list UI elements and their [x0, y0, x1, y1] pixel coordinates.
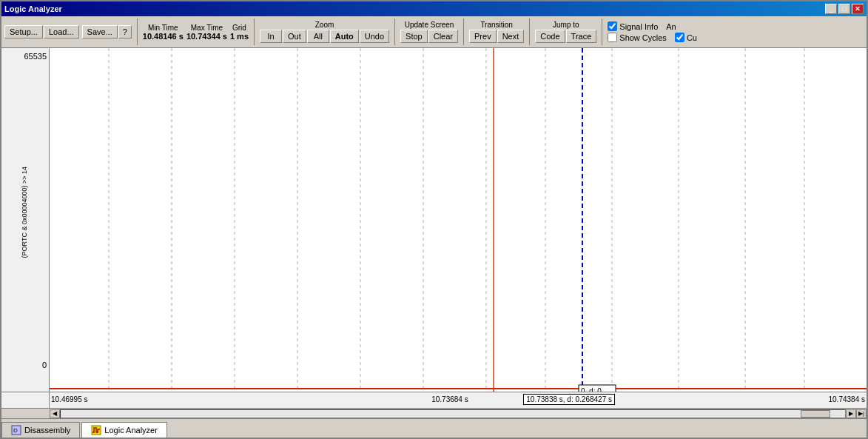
min-time-value: 10.48146 s	[143, 32, 184, 41]
jump-code-button[interactable]: Code	[535, 30, 565, 43]
title-bar: Logic Analyzer _ □ ✕	[1, 1, 867, 16]
tab-bar: D Disassembly Logic Analyzer	[1, 418, 867, 438]
time-axis: 10.46995 s 10.73684 s 10.74384 s 10.7383…	[1, 392, 867, 408]
close-button[interactable]: ✕	[852, 4, 864, 14]
chart-container: 65535 (PORTC & 0x00004000) >> 14 0	[1, 48, 867, 392]
toolbar: Setup... Load... Save... ? Min Time 10.4…	[1, 16, 867, 48]
disassembly-tab-label: Disassembly	[24, 426, 70, 435]
transition-group: Transition Prev Next	[469, 21, 524, 43]
svg-text:D: D	[13, 427, 18, 434]
zoom-buttons: In Out All Auto Undo	[260, 30, 389, 43]
transition-prev-button[interactable]: Prev	[469, 30, 497, 43]
grid-label: Grid	[232, 24, 246, 32]
cu-checkbox[interactable]	[675, 33, 684, 42]
zoom-undo-button[interactable]: Undo	[360, 30, 389, 43]
chart-svg: 0, d: 0	[50, 48, 867, 392]
zoom-label: Zoom	[315, 21, 334, 29]
signal-name: (PORTC & 0x00004000) >> 14	[21, 167, 28, 258]
grid-group: Grid 1 ms	[230, 24, 249, 41]
zoom-all-button[interactable]: All	[307, 30, 329, 43]
stop-button[interactable]: Stop	[400, 30, 428, 43]
update-screen-group: Update Screen Stop Clear	[400, 21, 458, 43]
time-left: 10.46995 s	[51, 395, 88, 403]
clear-button[interactable]: Clear	[428, 30, 458, 43]
jump-to-label: Jump to	[553, 21, 579, 29]
separator-6	[602, 19, 602, 45]
scrollbar-area: ◀ ▶ ▶|	[1, 408, 867, 418]
min-time-label: Min Time	[148, 24, 178, 32]
window-title: Logic Analyzer	[4, 4, 62, 13]
an-label: An	[666, 22, 676, 31]
signal-info-label: Signal Info	[619, 22, 658, 31]
maximize-button[interactable]: □	[838, 4, 850, 14]
max-time-label: Max Time	[191, 24, 223, 32]
transition-buttons: Prev Next	[469, 30, 524, 43]
signal-info-checkbox[interactable]	[608, 21, 617, 31]
signal-panel: 65535 (PORTC & 0x00004000) >> 14 0	[1, 48, 50, 392]
max-time-group: Max Time 10.74344 s	[186, 24, 227, 41]
load-button[interactable]: Load...	[44, 25, 79, 38]
setup-button[interactable]: Setup...	[4, 25, 43, 38]
help-button[interactable]: ?	[118, 25, 132, 38]
scroll-right-button[interactable]: ▶	[846, 409, 856, 418]
time-center: 10.73684 s	[431, 395, 468, 403]
jump-trace-button[interactable]: Trace	[566, 30, 597, 43]
chart-area[interactable]: 0, d: 0	[50, 48, 867, 392]
scroll-end-button[interactable]: ▶|	[856, 409, 867, 418]
scrollbar-track[interactable]	[60, 409, 846, 418]
title-controls: _ □ ✕	[825, 4, 864, 14]
show-cycles-row: Show Cycles Cu	[608, 33, 697, 42]
logic-analyzer-tab-label: Logic Analyzer	[104, 426, 158, 435]
separator-4	[463, 19, 464, 45]
zoom-auto-button[interactable]: Auto	[330, 30, 359, 43]
separator-2	[254, 19, 255, 45]
jump-to-group: Jump to Code Trace	[535, 21, 596, 43]
show-cycles-label: Show Cycles	[619, 33, 667, 42]
min-time-group: Min Time 10.48146 s	[143, 24, 184, 41]
time-axis-labels: 10.46995 s 10.73684 s 10.74384 s 10.7383…	[50, 392, 867, 408]
grid-value: 1 ms	[230, 32, 249, 41]
disassembly-icon: D	[11, 425, 21, 435]
cursor-time: 10.73838 s,	[526, 395, 565, 403]
time-axis-spacer	[1, 392, 50, 408]
tab-disassembly[interactable]: D Disassembly	[1, 422, 80, 438]
y-axis-bottom: 0	[42, 361, 47, 369]
time-right: 10.74384 s	[829, 395, 866, 403]
zoom-group: Zoom In Out All Auto Undo	[260, 21, 389, 43]
zoom-in-button[interactable]: In	[260, 30, 282, 43]
cursor-d: d: 0.268427 s	[567, 395, 612, 403]
logic-analyzer-icon	[91, 425, 101, 435]
tab-logic-analyzer[interactable]: Logic Analyzer	[81, 422, 167, 438]
right-options: Signal Info An Show Cycles Cu	[608, 21, 697, 42]
transition-next-button[interactable]: Next	[497, 30, 525, 43]
cursor-info-box: 10.73838 s, d: 0.268427 s	[523, 394, 615, 405]
update-screen-label: Update Screen	[405, 21, 454, 29]
zoom-out-button[interactable]: Out	[283, 30, 306, 43]
scrollbar-thumb[interactable]	[801, 410, 830, 418]
main-window: Logic Analyzer _ □ ✕ Setup... Load... Sa…	[0, 0, 868, 439]
show-cycles-checkbox[interactable]	[608, 33, 617, 42]
signal-info-row: Signal Info An	[608, 21, 676, 31]
jump-buttons: Code Trace	[535, 30, 596, 43]
scroll-left-button[interactable]: ◀	[50, 409, 60, 418]
separator-3	[394, 19, 395, 45]
minimize-button[interactable]: _	[825, 4, 837, 14]
y-axis-top: 65535	[24, 52, 47, 61]
main-content: 65535 (PORTC & 0x00004000) >> 14 0	[1, 48, 867, 438]
update-buttons: Stop Clear	[400, 30, 458, 43]
separator-5	[529, 19, 530, 45]
transition-label: Transition	[480, 21, 513, 29]
separator-1	[137, 19, 138, 45]
save-button[interactable]: Save...	[82, 25, 118, 38]
cu-label: Cu	[687, 33, 697, 42]
file-buttons: Setup... Load...	[4, 25, 79, 38]
save-help-buttons: Save... ?	[82, 25, 132, 38]
max-time-value: 10.74344 s	[186, 32, 227, 41]
